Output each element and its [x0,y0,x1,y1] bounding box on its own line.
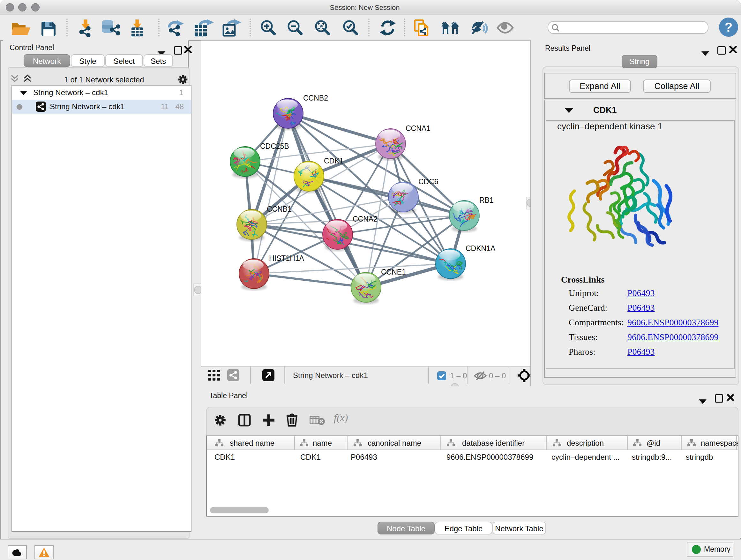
svg-text:CCNA1: CCNA1 [406,124,430,132]
svg-text:CDK1: CDK1 [324,157,343,165]
svg-text:CDC25B: CDC25B [260,142,289,150]
svg-text:CCNA2: CCNA2 [353,215,378,223]
svg-text:HIST1H1A: HIST1H1A [269,254,305,262]
svg-text:CDC6: CDC6 [418,178,439,186]
svg-text:RB1: RB1 [479,196,494,204]
svg-text:CDKN1A: CDKN1A [466,244,495,253]
svg-text:CCNE1: CCNE1 [381,268,406,276]
svg-text:?: ? [725,20,732,34]
svg-text:CCNB2: CCNB2 [303,94,328,102]
svg-text:CCNB1: CCNB1 [267,205,292,213]
